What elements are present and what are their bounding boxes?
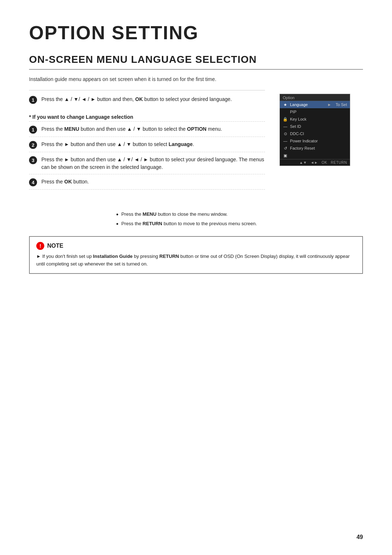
osd-row-pip: PIP — [280, 108, 350, 116]
osd-label-keylock: Key Lock — [290, 117, 347, 121]
bullet-1-text: Press the MENU button to close the menu … — [121, 211, 228, 217]
note-title: ! NOTE — [36, 242, 356, 250]
osd-row-keylock: 🔒 Key Lock — [280, 116, 350, 123]
section-title: ON-SCREEN MENU LANGUAGE SELECTION — [29, 54, 363, 70]
substep-4: 4 Press the OK button. — [29, 174, 265, 190]
note-text: ► If you don't finish set up Installatio… — [36, 253, 356, 268]
osd-icon-power-indicator: — — [283, 139, 288, 143]
step-1-text: Press the ▲ / ▼/ ◄ / ► button and then, … — [41, 96, 232, 103]
osd-label-pip: PIP — [290, 110, 347, 114]
step-number-1: 1 — [29, 96, 37, 104]
subheading: * If you want to change Language selecti… — [29, 114, 265, 120]
osd-icon-language: ★ — [283, 102, 288, 107]
substeps: 1 Press the MENU button and then use ▲ /… — [29, 121, 265, 190]
right-column: Option ★ Language ► To Set PIP 🔒 Key Loc… — [279, 94, 363, 166]
osd-icon-factory-reset: ↺ — [283, 146, 288, 151]
main-step-1: 1 Press the ▲ / ▼/ ◄ / ► button and then… — [29, 90, 265, 108]
substep-number-2: 2 — [29, 141, 37, 149]
osd-row-setid: — Set ID — [280, 123, 350, 130]
osd-header: Option — [280, 94, 350, 101]
substep-2: 2 Press the ► button and then use ▲ / ▼ … — [29, 137, 265, 152]
osd-footer: ▲▼ ◄► OK RETURN — [280, 159, 350, 166]
osd-label-power-indicator: Power Indicator — [290, 139, 347, 143]
substep-3-text: Press the ► button and then use ▲ / ▼/ ◄… — [41, 156, 265, 171]
osd-icon-keylock: 🔒 — [283, 117, 288, 122]
page-number: 49 — [356, 534, 363, 540]
note-box: ! NOTE ► If you don't finish set up Inst… — [29, 236, 363, 274]
bullet-dot-2: • — [116, 221, 118, 227]
substep-4-text: Press the OK button. — [41, 178, 89, 186]
page: OPTION SETTING ON-SCREEN MENU LANGUAGE S… — [0, 0, 392, 296]
osd-arrow-language: ► — [327, 102, 331, 107]
osd-row-power-indicator: — Power Indicator — [280, 137, 350, 145]
osd-icon-ddcci: ⊙ — [283, 131, 288, 136]
left-column: 1 Press the ▲ / ▼/ ◄ / ► button and then… — [29, 90, 265, 190]
osd-label-language: Language — [290, 102, 325, 107]
osd-icon-setid: — — [283, 124, 288, 129]
substep-1-text: Press the MENU button and then use ▲ / ▼… — [41, 125, 222, 133]
substep-number-3: 3 — [29, 156, 37, 164]
two-column-layout: 1 Press the ▲ / ▼/ ◄ / ► button and then… — [29, 90, 363, 190]
note-label: NOTE — [47, 243, 63, 249]
bullet-1: • Press the MENU button to close the men… — [116, 211, 363, 218]
intro-text: Installation guide menu appears on set s… — [29, 76, 363, 82]
osd-row-ddcci: ⊙ DDC-CI — [280, 130, 350, 137]
note-icon: ! — [36, 242, 44, 250]
substep-number-4: 4 — [29, 178, 37, 186]
osd-icon-extra: ▣ — [283, 153, 288, 158]
osd-row-extra: ▣ — [280, 152, 350, 159]
main-title: OPTION SETTING — [29, 22, 363, 44]
osd-label-setid: Set ID — [290, 124, 347, 129]
osd-row-language: ★ Language ► To Set — [280, 101, 350, 108]
bullet-dot-1: • — [116, 211, 118, 218]
osd-label-factory-reset: Factory Reset — [290, 146, 347, 150]
osd-row-factory-reset: ↺ Factory Reset — [280, 145, 350, 152]
substep-2-text: Press the ► button and then use ▲ / ▼ bu… — [41, 141, 194, 148]
substep-number-1: 1 — [29, 126, 37, 134]
substep-3: 3 Press the ► button and then use ▲ / ▼/… — [29, 152, 265, 174]
bullets: • Press the MENU button to close the men… — [116, 211, 363, 227]
osd-label-ddcci: DDC-CI — [290, 131, 347, 136]
bullet-2-text: Press the RETURN button to move to the p… — [121, 221, 257, 226]
bullet-2: • Press the RETURN button to move to the… — [116, 221, 363, 227]
osd-toset: To Set — [336, 102, 347, 107]
substep-1: 1 Press the MENU button and then use ▲ /… — [29, 121, 265, 137]
osd-menu: Option ★ Language ► To Set PIP 🔒 Key Loc… — [279, 94, 350, 166]
